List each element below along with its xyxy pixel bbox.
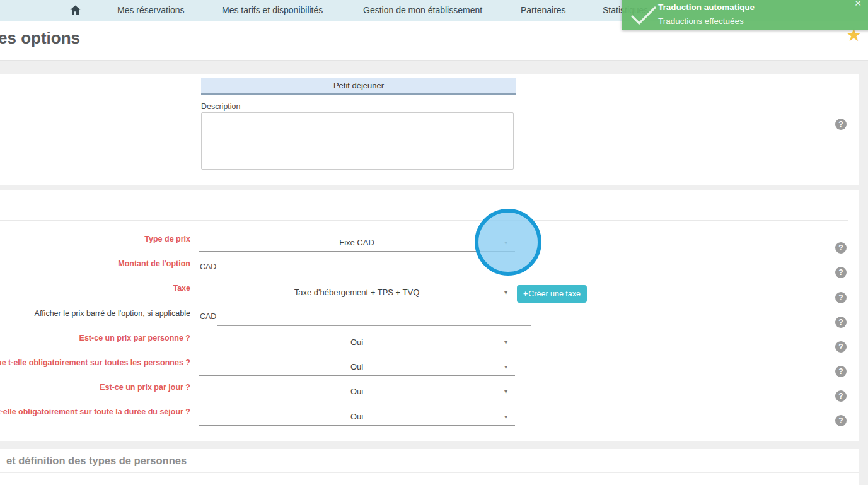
select-value: Oui [199, 383, 515, 400]
help-icon[interactable]: ? [835, 390, 847, 402]
tab-petit-dejeuner[interactable]: Petit déjeuner [201, 78, 516, 95]
nav-item-tarifs[interactable]: Mes tarifs et disponibilités [222, 0, 323, 21]
help-icon[interactable]: ? [835, 415, 847, 426]
create-tax-label: Créer une taxe [528, 289, 581, 298]
translation-toast: Traduction automatique Traductions effec… [622, 0, 868, 30]
help-icon[interactable]: ? [835, 366, 847, 377]
help-icon[interactable]: ? [835, 242, 847, 254]
chevron-down-icon: ▾ [504, 408, 507, 425]
create-tax-button[interactable]: +Créer une taxe [517, 285, 587, 303]
close-icon[interactable]: ✕ [854, 0, 862, 8]
select-type-de-prix[interactable]: Fixe CAD ▾ [199, 234, 515, 252]
pricing-form-card: Type de prix Fixe CAD ▾ ? Montant de l'o… [0, 190, 859, 441]
currency-prefix: CAD [200, 308, 216, 325]
label-montant-option: Montant de l'option [118, 259, 190, 269]
nav-item-partenaires[interactable]: Partenaires [521, 0, 566, 21]
chevron-down-icon: ▾ [504, 334, 507, 351]
description-label: Description [201, 102, 241, 111]
chevron-down-icon: ▾ [504, 358, 507, 375]
label-prix-par-jour: Est-ce un prix par jour ? [100, 382, 190, 392]
chevron-down-icon: ▾ [504, 383, 507, 400]
description-textarea[interactable] [201, 112, 514, 170]
app-root: { "nav": { "items": [ { "label": "Mes ré… [0, 0, 868, 485]
people-types-card: et définition des types de personnes [0, 449, 859, 485]
help-icon[interactable]: ? [835, 317, 847, 328]
label-prix-barre: Afficher le prix barré de l'option, si a… [35, 308, 190, 318]
label-obligatoire-personnes: pplique t-elle obligatoirement sur toute… [0, 358, 190, 368]
label-obligatoire-sejour: ique t-elle obligatoirement sur toute la… [0, 407, 190, 417]
help-icon[interactable]: ? [835, 267, 847, 278]
help-icon[interactable]: ? [835, 119, 847, 130]
nav-item-etablissement[interactable]: Gestion de mon établissement [363, 0, 482, 21]
toast-message: Traductions effectuées [658, 16, 744, 26]
label-prix-par-personne: Est-ce un prix par personne ? [79, 333, 190, 343]
page-title: es options [0, 28, 80, 48]
input-montant-option[interactable] [217, 259, 534, 277]
people-section-title: et définition des types de personnes [6, 455, 187, 467]
option-description-card: Petit déjeuner Description ? [0, 74, 859, 185]
toast-title: Traduction automatique [658, 3, 755, 12]
chevron-down-icon: ▾ [504, 234, 507, 251]
label-taxe: Taxe [173, 283, 190, 293]
select-obligatoire-personnes[interactable]: Oui ▾ [199, 358, 515, 376]
select-value: Oui [199, 358, 515, 375]
check-icon [630, 6, 657, 26]
input-montant-option-wrap [217, 259, 531, 276]
section-divider [0, 472, 859, 473]
chevron-down-icon: ▾ [504, 284, 507, 301]
select-taxe[interactable]: Taxe d'hébergement + TPS + TVQ ▾ [199, 284, 515, 301]
select-prix-par-jour[interactable]: Oui ▾ [199, 383, 515, 400]
help-icon[interactable]: ? [835, 341, 847, 353]
help-icon[interactable]: ? [835, 292, 847, 303]
select-value: Oui [199, 334, 515, 351]
select-prix-par-personne[interactable]: Oui ▾ [199, 334, 515, 351]
select-obligatoire-sejour[interactable]: Oui ▾ [199, 408, 515, 426]
panel-header-divider [0, 220, 848, 221]
plus-icon: + [523, 289, 528, 298]
input-prix-barre[interactable] [217, 308, 534, 327]
currency-prefix: CAD [200, 259, 216, 276]
input-prix-barre-wrap [217, 308, 531, 326]
label-type-de-prix: Type de prix [144, 234, 190, 244]
nav-item-reservations[interactable]: Mes réservations [117, 0, 185, 21]
home-icon[interactable] [69, 4, 81, 16]
select-value: Oui [199, 408, 515, 425]
select-value: Taxe d'hébergement + TPS + TVQ [199, 284, 515, 301]
select-value: Fixe CAD [199, 234, 515, 251]
